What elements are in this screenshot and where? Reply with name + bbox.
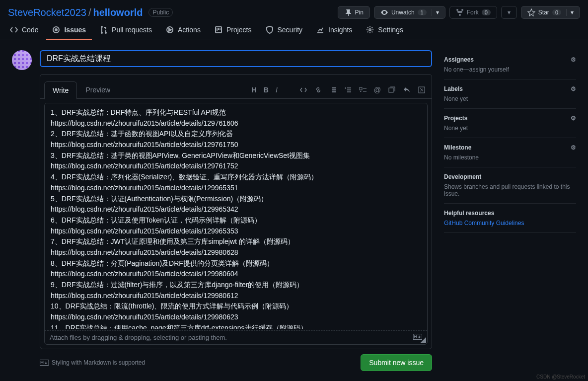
fork-icon bbox=[456, 8, 464, 16]
avatar[interactable] bbox=[12, 50, 32, 70]
pin-button[interactable]: Pin bbox=[338, 6, 370, 19]
svg-rect-7 bbox=[389, 88, 393, 92]
heading-icon[interactable]: H bbox=[252, 86, 257, 94]
italic-icon[interactable]: I bbox=[276, 86, 278, 94]
attach-hint[interactable]: Attach files by dragging & dropping, sel… bbox=[50, 334, 227, 341]
guidelines-link[interactable]: GitHub Community Guidelines bbox=[444, 220, 524, 227]
tasklist-icon[interactable] bbox=[359, 86, 367, 94]
star-label: Star bbox=[538, 9, 549, 16]
chevron-down-icon: ▾ bbox=[566, 9, 574, 16]
development-heading: Development bbox=[444, 173, 481, 180]
unwatch-label: Unwatch bbox=[391, 9, 415, 16]
gear-icon[interactable]: ⚙ bbox=[571, 85, 576, 92]
slash: / bbox=[88, 7, 91, 18]
gear-icon[interactable]: ⚙ bbox=[571, 56, 576, 63]
tab-code[interactable]: Code bbox=[4, 21, 44, 40]
svg-point-1 bbox=[55, 29, 57, 31]
quote-icon[interactable] bbox=[285, 86, 293, 94]
md-toolbar: H B I 1 @ bbox=[252, 86, 432, 94]
tab-pulls[interactable]: Pull requests bbox=[94, 21, 158, 40]
ol-icon[interactable]: 1 bbox=[344, 86, 352, 94]
watch-count: 1 bbox=[418, 9, 427, 15]
issue-body-textarea[interactable] bbox=[45, 103, 427, 329]
assignees-value: No one— bbox=[444, 66, 469, 73]
repo-actions: Pin Unwatch 1 ▾ Fork 0 ▾ Star 0 ▾ bbox=[338, 6, 580, 19]
fork-button[interactable]: Fork 0 bbox=[449, 6, 497, 19]
assign-yourself-link[interactable]: assign yourself bbox=[469, 66, 509, 73]
link-icon[interactable] bbox=[314, 86, 322, 94]
tab-actions[interactable]: Actions bbox=[160, 21, 207, 40]
helpful-heading: Helpful resources bbox=[444, 210, 494, 217]
development-value: Shows branches and pull requests linked … bbox=[444, 183, 576, 197]
star-button[interactable]: Star 0 ▾ bbox=[521, 6, 580, 19]
repo-nav: Code Issues Pull requests Actions Projec… bbox=[0, 21, 588, 40]
submit-button[interactable]: Submit new issue bbox=[361, 354, 432, 371]
write-tab[interactable]: Write bbox=[44, 81, 77, 99]
projects-value: None yet bbox=[444, 125, 576, 132]
fork-label: Fork bbox=[467, 9, 479, 16]
svg-rect-6 bbox=[360, 87, 362, 90]
issue-form: Write Preview H B I 1 @ bbox=[40, 50, 432, 376]
fork-count: 0 bbox=[482, 9, 491, 15]
milestone-value: No milestone bbox=[444, 154, 576, 161]
eye-icon bbox=[380, 8, 388, 16]
labels-heading[interactable]: Labels bbox=[444, 85, 463, 92]
tab-issues[interactable]: Issues bbox=[46, 21, 92, 40]
repo-header: SteveRocket2023 / helloworld Public Pin … bbox=[0, 0, 588, 21]
markdown-icon bbox=[40, 360, 49, 366]
code-icon[interactable] bbox=[299, 86, 307, 94]
tab-insights[interactable]: Insights bbox=[310, 21, 358, 40]
mention-icon[interactable]: @ bbox=[374, 86, 381, 94]
gear-icon[interactable]: ⚙ bbox=[571, 144, 576, 151]
expand-icon[interactable] bbox=[418, 86, 426, 94]
unwatch-button[interactable]: Unwatch 1 ▾ bbox=[374, 6, 445, 19]
svg-text:1: 1 bbox=[345, 86, 347, 89]
assignees-heading[interactable]: Assignees bbox=[444, 56, 474, 63]
ul-icon[interactable] bbox=[329, 86, 337, 94]
milestone-heading[interactable]: Milestone bbox=[444, 144, 471, 151]
reply-icon[interactable] bbox=[403, 86, 411, 94]
tab-security[interactable]: Security bbox=[260, 21, 309, 40]
resize-handle[interactable] bbox=[420, 337, 426, 343]
gear-icon[interactable]: ⚙ bbox=[571, 115, 576, 122]
repo-link[interactable]: helloworld bbox=[93, 7, 143, 18]
preview-tab[interactable]: Preview bbox=[77, 81, 119, 99]
md-hint[interactable]: Styling with Markdown is supported bbox=[40, 359, 145, 366]
labels-value: None yet bbox=[444, 95, 576, 102]
pin-label: Pin bbox=[355, 9, 364, 16]
star-count: 0 bbox=[552, 9, 561, 15]
star-icon bbox=[527, 8, 535, 16]
bold-icon[interactable]: B bbox=[264, 86, 269, 94]
tab-projects[interactable]: Projects bbox=[209, 21, 258, 40]
reference-icon[interactable] bbox=[388, 86, 396, 94]
pin-icon bbox=[344, 8, 352, 16]
owner-link[interactable]: SteveRocket2023 bbox=[8, 7, 86, 18]
issue-title-input[interactable] bbox=[40, 50, 432, 67]
breadcrumb: SteveRocket2023 / helloworld Public bbox=[8, 7, 173, 18]
svg-point-4 bbox=[369, 29, 371, 31]
fork-dropdown[interactable]: ▾ bbox=[501, 6, 517, 19]
projects-heading[interactable]: Projects bbox=[444, 115, 467, 122]
chevron-down-icon: ▾ bbox=[432, 9, 439, 16]
sidebar: Assignees⚙ No one—assign yourself Labels… bbox=[444, 50, 576, 376]
watermark: CSDN @SteveRocket bbox=[536, 374, 585, 380]
visibility-badge: Public bbox=[148, 8, 173, 17]
tab-settings[interactable]: Settings bbox=[360, 21, 409, 40]
